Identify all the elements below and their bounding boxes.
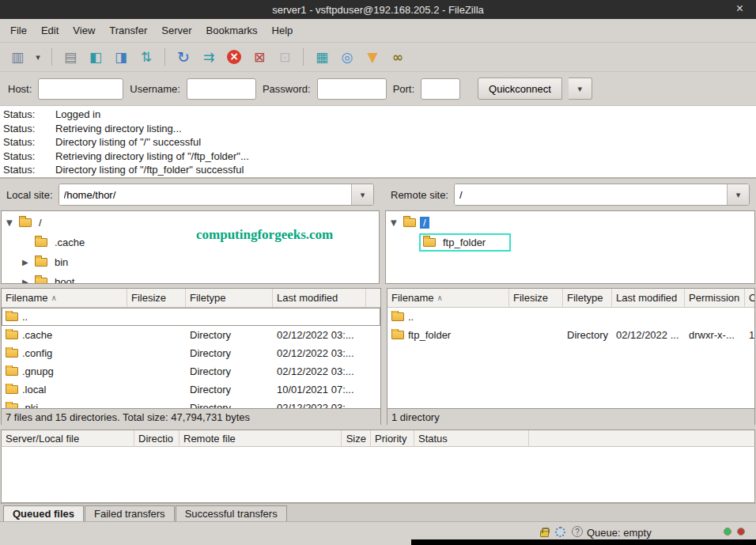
- menu-item[interactable]: Edit: [34, 21, 66, 40]
- local-site-input[interactable]: [59, 184, 351, 205]
- close-button[interactable]: ×: [733, 0, 747, 19]
- column-header[interactable]: Filename∧: [2, 289, 127, 307]
- remote-site-row: Remote site: ▾: [384, 179, 756, 210]
- toggle-local-tree-button[interactable]: ◧: [83, 45, 108, 69]
- tree-expander-icon[interactable]: [22, 278, 35, 284]
- queue-tab[interactable]: Successful transfers: [176, 505, 287, 521]
- column-header[interactable]: [529, 430, 754, 446]
- folder-icon: [6, 312, 18, 321]
- toggle-remote-tree-button[interactable]: ◨: [108, 45, 134, 69]
- column-header[interactable]: Status: [414, 430, 529, 446]
- tree-item[interactable]: bin: [2, 252, 379, 272]
- column-header[interactable]: Permission: [685, 289, 745, 307]
- gear-icon[interactable]: [555, 527, 565, 537]
- process-queue-button[interactable]: ⇉: [196, 45, 221, 69]
- tree-expander-icon[interactable]: [6, 218, 19, 227]
- username-input[interactable]: [187, 78, 256, 100]
- tree-item[interactable]: ftp_folder: [386, 233, 754, 252]
- password-input[interactable]: [317, 78, 387, 100]
- site-manager-dropdown-button[interactable]: ▾: [30, 45, 46, 69]
- column-header[interactable]: Last modified: [273, 289, 366, 307]
- filename-text: ..: [408, 311, 414, 323]
- log-view-icon: ▤: [62, 51, 78, 64]
- column-header-label: Filetype: [567, 292, 603, 304]
- column-header[interactable]: Filesize: [127, 289, 186, 307]
- tree-expander-icon[interactable]: [22, 258, 35, 267]
- column-header[interactable]: Filetype: [186, 289, 273, 307]
- screen-edge: [411, 539, 756, 545]
- column-header[interactable]: Directio: [134, 430, 180, 446]
- file-row[interactable]: .pki Directory 02/12/2022 03:...: [2, 399, 380, 408]
- column-header[interactable]: Size: [342, 430, 371, 446]
- file-row[interactable]: .local Directory 10/01/2021 07:...: [2, 380, 380, 399]
- disconnect-button[interactable]: ⊠: [247, 45, 272, 69]
- column-header[interactable]: Filesize: [509, 289, 563, 307]
- file-row[interactable]: .config Directory 02/12/2022 03:...: [2, 344, 380, 362]
- file-row[interactable]: ..: [2, 308, 380, 326]
- help-icon[interactable]: ?: [572, 526, 583, 537]
- column-header-label: Server/Local file: [6, 433, 79, 445]
- local-list-header: Filename∧ Filesize Filetype Last modifie…: [2, 289, 380, 308]
- menu-item[interactable]: View: [66, 21, 102, 40]
- file-row[interactable]: .gnupg Directory 02/12/2022 03:...: [2, 362, 380, 380]
- site-manager-button[interactable]: ▥: [5, 45, 30, 69]
- status-log-message: Directory listing of "/ftp_folder" succe…: [55, 164, 244, 176]
- menu-item[interactable]: Server: [154, 21, 198, 40]
- synchronized-browsing-button[interactable]: ◎: [335, 45, 360, 69]
- file-row[interactable]: ftp_folder Directory 02/12/2022 ... drwx…: [387, 326, 754, 344]
- toggle-log-view-button[interactable]: ▤: [58, 45, 83, 69]
- column-header[interactable]: Server/Local file: [2, 430, 134, 446]
- username-label: Username:: [130, 83, 180, 95]
- reconnect-button[interactable]: ⊡: [272, 45, 297, 69]
- local-site-row: Local site: ▾: [0, 179, 380, 210]
- queue-tabs: Queued files Failed transfers Successful…: [0, 503, 756, 521]
- toggle-queue-button[interactable]: ⇅: [134, 45, 159, 69]
- remote-site-input[interactable]: [455, 184, 727, 205]
- menu-item-label: View: [73, 25, 95, 36]
- host-input[interactable]: [38, 78, 123, 100]
- column-header[interactable]: Last modified: [612, 289, 685, 307]
- menu-item[interactable]: Transfer: [102, 21, 154, 40]
- column-header-label: Last modified: [277, 292, 338, 304]
- vertical-splitter[interactable]: [382, 288, 386, 425]
- menu-item[interactable]: Bookmarks: [199, 21, 265, 40]
- column-header[interactable]: Filetype: [563, 289, 612, 307]
- file-row[interactable]: .cache Directory 02/12/2022 03:...: [2, 326, 380, 344]
- refresh-button[interactable]: ↻: [171, 45, 196, 69]
- menu-item[interactable]: File: [3, 21, 34, 40]
- column-header[interactable]: [366, 289, 380, 307]
- menu-item-label: Server: [161, 25, 191, 36]
- folder-icon: [35, 238, 47, 247]
- tree-expander-icon[interactable]: [391, 218, 403, 227]
- remote-site-dropdown-button[interactable]: ▾: [727, 184, 749, 205]
- column-header[interactable]: Remote file: [180, 430, 342, 446]
- find-files-button[interactable]: ∞: [385, 45, 410, 69]
- tree-item[interactable]: boot: [2, 272, 379, 284]
- menu-item[interactable]: Help: [265, 21, 301, 40]
- filename-cell: .config: [2, 347, 127, 359]
- column-header-label: Remote file: [183, 433, 236, 445]
- tree-item[interactable]: .cache: [2, 233, 379, 252]
- queue-tab[interactable]: Failed transfers: [85, 505, 175, 521]
- port-input[interactable]: [421, 78, 460, 100]
- lock-icon[interactable]: [540, 531, 549, 537]
- folder-icon: [391, 312, 404, 321]
- queue-tab[interactable]: Queued files: [3, 505, 84, 521]
- local-site-dropdown-button[interactable]: ▾: [351, 184, 373, 205]
- tree-item[interactable]: /: [386, 213, 754, 233]
- status-log: Status:Logged in Status:Retrieving direc…: [0, 106, 756, 179]
- directory-comparison-button[interactable]: ▦: [309, 45, 335, 69]
- column-header[interactable]: O: [745, 289, 754, 307]
- file-row[interactable]: ..: [387, 308, 754, 326]
- cancel-operation-button[interactable]: ×: [221, 45, 247, 69]
- quickconnect-dropdown-button[interactable]: ▾: [569, 78, 592, 100]
- quickconnect-button[interactable]: Quickconnect: [478, 78, 562, 100]
- status-log-label: Status:: [3, 108, 55, 122]
- filter-button[interactable]: ▼: [360, 45, 385, 69]
- tree-item[interactable]: /: [2, 213, 379, 233]
- column-header[interactable]: Filename∧: [387, 289, 509, 307]
- tree-node: .cache: [35, 237, 88, 248]
- owner-cell: 10: [745, 329, 754, 341]
- column-header[interactable]: Priority: [371, 430, 414, 446]
- statusbar-icons: ?: [540, 526, 583, 537]
